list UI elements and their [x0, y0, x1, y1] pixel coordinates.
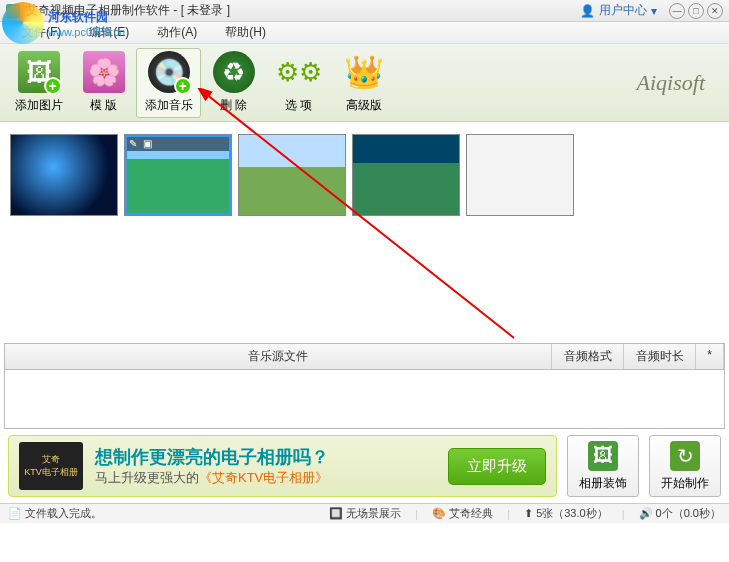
- col-format[interactable]: 音频格式: [552, 344, 624, 369]
- upgrade-button[interactable]: 立即升级: [448, 448, 546, 485]
- menu-file[interactable]: 文件(F): [8, 24, 75, 41]
- user-center-link[interactable]: 👤 用户中心 ▾: [580, 2, 657, 19]
- menubar: 文件(F) 编辑(E) 动作(A) 帮助(H): [0, 22, 729, 44]
- cd-icon: 💿+: [148, 51, 190, 93]
- titlebar: 艾奇视频电子相册制作软件 - [ 未登录 ] 👤 用户中心 ▾ — □ ✕: [0, 0, 729, 22]
- crown-icon: 👑: [343, 51, 385, 93]
- col-star[interactable]: *: [696, 344, 724, 369]
- maximize-button[interactable]: □: [688, 3, 704, 19]
- ad-subline: 马上升级更强大的《艾奇KTV电子相册》: [95, 469, 436, 487]
- status-count: ⬆ 5张（33.0秒）: [524, 506, 608, 521]
- picture-icon: 🖼+: [18, 51, 60, 93]
- status-bar: 📄 文件载入完成。 🔲 无场景展示 | 🎨 艾奇经典 | ⬆ 5张（33.0秒）…: [0, 503, 729, 523]
- user-icon: 👤: [580, 4, 595, 18]
- status-scene[interactable]: 🔲 无场景展示: [329, 506, 401, 521]
- thumbnail-1[interactable]: [10, 134, 118, 216]
- app-icon: [6, 4, 20, 18]
- toolbar: 🖼+ 添加图片 🌸 模 版 💿+ 添加音乐 ♻ 删 除 ⚙⚙ 选 项 👑 高级版…: [0, 44, 729, 122]
- music-table: 音乐源文件 音频格式 音频时长 *: [4, 343, 725, 429]
- status-audio: 🔊 0个（0.0秒）: [639, 506, 721, 521]
- decorate-icon: 🖼: [588, 441, 618, 471]
- ad-headline: 想制作更漂亮的电子相册吗？: [95, 445, 436, 469]
- table-header: 音乐源文件 音频格式 音频时长 *: [5, 344, 724, 370]
- close-button[interactable]: ✕: [707, 3, 723, 19]
- upgrade-ad: 艾奇 KTV电子相册 想制作更漂亮的电子相册吗？ 马上升级更强大的《艾奇KTV电…: [8, 435, 557, 497]
- gear-icon: ⚙⚙: [278, 51, 320, 93]
- start-button[interactable]: ↻ 开始制作: [649, 435, 721, 497]
- add-image-button[interactable]: 🖼+ 添加图片: [6, 48, 71, 118]
- status-load: 📄 文件载入完成。: [8, 506, 102, 521]
- brand-label: Aiqisoft: [637, 70, 723, 96]
- thumbnail-strip: ✎ ▣: [0, 122, 729, 228]
- edit-icon[interactable]: ✎: [129, 138, 137, 149]
- advanced-button[interactable]: 👑 高级版: [331, 48, 396, 118]
- thumbnail-3[interactable]: [238, 134, 346, 216]
- bottom-bar: 艾奇 KTV电子相册 想制作更漂亮的电子相册吗？ 马上升级更强大的《艾奇KTV电…: [0, 429, 729, 503]
- col-source[interactable]: 音乐源文件: [5, 344, 552, 369]
- transition-icon[interactable]: ▣: [143, 138, 152, 149]
- col-duration[interactable]: 音频时长: [624, 344, 696, 369]
- trash-icon: ♻: [213, 51, 255, 93]
- thumbnail-5[interactable]: [466, 134, 574, 216]
- window-title: 艾奇视频电子相册制作软件 - [ 未登录 ]: [26, 2, 580, 19]
- menu-edit[interactable]: 编辑(E): [75, 24, 143, 41]
- status-theme[interactable]: 🎨 艾奇经典: [432, 506, 493, 521]
- table-body: [5, 370, 724, 428]
- thumbnail-tools: ✎ ▣: [125, 135, 231, 151]
- options-button[interactable]: ⚙⚙ 选 项: [266, 48, 331, 118]
- template-icon: 🌸: [83, 51, 125, 93]
- template-button[interactable]: 🌸 模 版: [71, 48, 136, 118]
- delete-button[interactable]: ♻ 删 除: [201, 48, 266, 118]
- menu-help[interactable]: 帮助(H): [211, 24, 280, 41]
- ad-thumbnail: 艾奇 KTV电子相册: [19, 442, 83, 490]
- decorate-button[interactable]: 🖼 相册装饰: [567, 435, 639, 497]
- menu-action[interactable]: 动作(A): [143, 24, 211, 41]
- refresh-icon: ↻: [670, 441, 700, 471]
- minimize-button[interactable]: —: [669, 3, 685, 19]
- thumbnail-4[interactable]: [352, 134, 460, 216]
- thumbnail-2[interactable]: ✎ ▣: [124, 134, 232, 216]
- add-music-button[interactable]: 💿+ 添加音乐: [136, 48, 201, 118]
